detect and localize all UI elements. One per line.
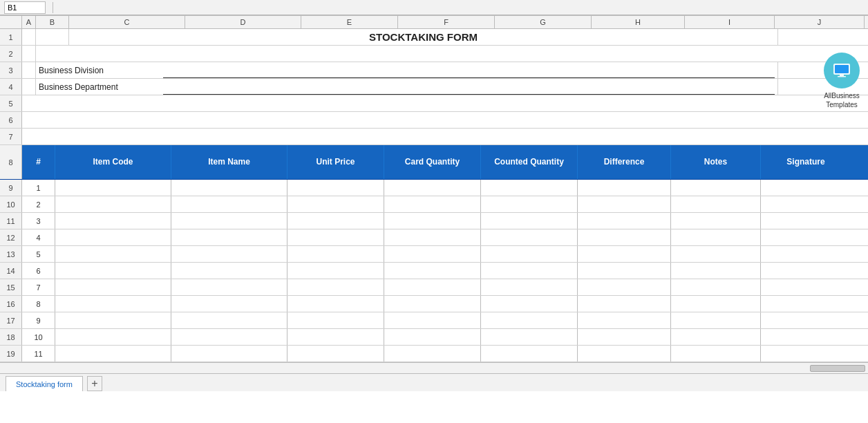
logo-text: AllBusiness Templates xyxy=(824,91,860,109)
header-difference: Difference xyxy=(578,145,671,179)
col-header-rownum xyxy=(0,16,22,28)
col-header-d: D xyxy=(185,16,301,28)
data-row-10: 10 2 xyxy=(0,196,868,213)
col-header-j: J xyxy=(775,16,865,28)
cell-row5 xyxy=(22,95,868,111)
data-row-14: 14 6 xyxy=(0,263,868,279)
add-sheet-button[interactable]: + xyxy=(87,376,102,391)
cell-business-division-label: Business Division xyxy=(36,62,160,78)
row-num-3: 3 xyxy=(0,62,22,78)
cell-j1 xyxy=(778,29,868,45)
header-item-name: Item Name xyxy=(171,145,287,179)
data-row-11: 11 3 xyxy=(0,213,868,229)
spreadsheet-title: STOCKTAKING FORM xyxy=(72,31,775,43)
cell-title: STOCKTAKING FORM xyxy=(69,29,778,45)
col-header-a: A xyxy=(22,16,36,28)
header-item-code: Item Code xyxy=(55,145,171,179)
header-notes: Notes xyxy=(671,145,761,179)
row-6: 6 xyxy=(0,112,868,129)
header-hash: # xyxy=(22,145,55,179)
formula-bar xyxy=(0,0,868,15)
col-header-h: H xyxy=(592,16,685,28)
col-header-f: F xyxy=(398,16,495,28)
row-num-6: 6 xyxy=(0,112,22,128)
data-row-16: 16 8 xyxy=(0,296,868,312)
cell-b1 xyxy=(36,29,69,45)
data-row-15: 15 7 xyxy=(0,279,868,296)
col-headers-row: A B C D E F G H I J xyxy=(0,15,868,29)
data-row-17: 17 9 xyxy=(0,312,868,329)
cell-a4 xyxy=(22,79,36,95)
row-1: 1 STOCKTAKING FORM xyxy=(0,29,868,46)
row-num-1: 1 xyxy=(0,29,22,45)
data-row-18: 18 10 xyxy=(0,329,868,346)
monitor-icon xyxy=(831,60,852,81)
header-signature: Signature xyxy=(761,145,851,179)
svg-rect-2 xyxy=(840,75,844,76)
cell-row6 xyxy=(22,112,868,128)
cell-row7 xyxy=(22,129,868,144)
sheet-body: 1 STOCKTAKING FORM 2 3 Business Division xyxy=(0,29,868,362)
row-num-5: 5 xyxy=(0,95,22,111)
horizontal-scrollbar[interactable] xyxy=(0,362,868,373)
formula-divider xyxy=(53,2,53,13)
data-row-12: 12 4 xyxy=(0,229,868,246)
col-header-c: C xyxy=(69,16,185,28)
row-num-2: 2 xyxy=(0,46,22,62)
row-7: 7 xyxy=(0,129,868,145)
logo-circle xyxy=(824,53,860,88)
header-counted-quantity: Counted Quantity xyxy=(481,145,578,179)
logo-area: AllBusiness Templates xyxy=(821,50,862,112)
col-header-e: E xyxy=(301,16,398,28)
row-5: 5 xyxy=(0,95,868,112)
col-header-g: G xyxy=(495,16,592,28)
col-header-b: B xyxy=(36,16,69,28)
row-num-8: 8 xyxy=(0,145,22,179)
svg-rect-3 xyxy=(838,76,846,77)
row-num-4: 4 xyxy=(0,79,22,95)
col-header-i: I xyxy=(685,16,775,28)
tab-stocktaking-form[interactable]: Stocktaking form xyxy=(6,376,83,391)
data-row-13: 13 5 xyxy=(0,246,868,263)
tab-bar: Stocktaking form + xyxy=(0,373,868,391)
row-3: 3 Business Division xyxy=(0,62,868,79)
scroll-thumb[interactable] xyxy=(810,365,865,372)
cell-row2 xyxy=(36,46,868,62)
cell-a3 xyxy=(22,62,36,78)
row-2: 2 xyxy=(0,46,868,62)
table-header-row: 8 # Item Code Item Name Unit Price Card … xyxy=(0,145,868,180)
cell-a1 xyxy=(22,29,36,45)
row-4: 4 Business Department xyxy=(0,79,868,95)
data-row-19: 19 11 xyxy=(0,346,868,362)
svg-rect-1 xyxy=(835,65,849,73)
cell-business-division-input[interactable] xyxy=(160,62,778,78)
spreadsheet-wrapper: A B C D E F G H I J 1 STOCKTAKING FORM 2 xyxy=(0,0,868,423)
name-box[interactable] xyxy=(4,1,46,14)
cell-business-dept-label: Business Department xyxy=(36,79,160,95)
header-card-quantity: Card Quantity xyxy=(384,145,481,179)
data-row-9: 9 1 xyxy=(0,180,868,196)
header-unit-price: Unit Price xyxy=(287,145,384,179)
row-num-7: 7 xyxy=(0,129,22,144)
cell-a2 xyxy=(22,46,36,62)
cell-business-dept-input[interactable] xyxy=(160,79,778,95)
